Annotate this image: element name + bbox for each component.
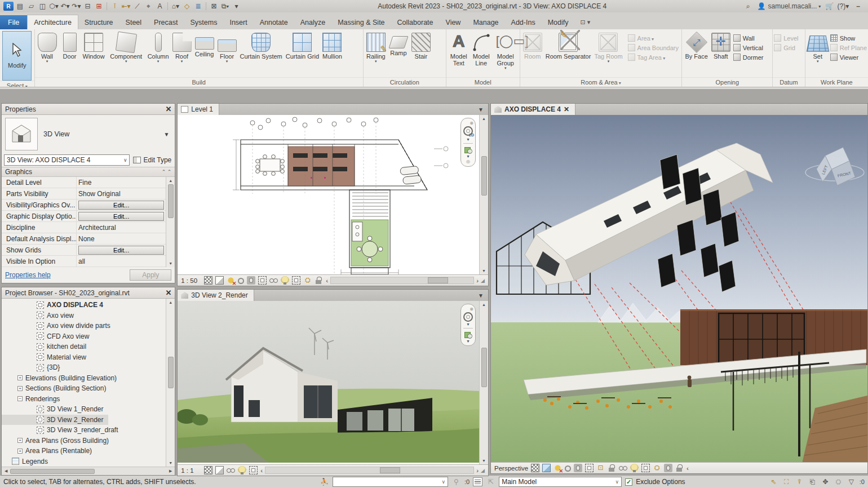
tab-steel[interactable]: Steel (119, 15, 148, 29)
properties-scrollbar[interactable]: ▲ ▼ (166, 177, 175, 267)
view-tab-menu-icon[interactable]: ▼ (473, 104, 488, 115)
plan-vscrollbar[interactable]: ▲ ▼ (479, 115, 488, 274)
show-work-plane-button[interactable]: Show (830, 33, 867, 43)
home-icon[interactable]: ▤ (15, 2, 25, 11)
tab-view[interactable]: View (440, 15, 467, 29)
floor-plan-canvas[interactable]: ⊗ 2D ▼ ▼ ◎ ▲ ▼ (178, 115, 488, 274)
scroll-down-icon[interactable]: ▼ (482, 267, 486, 274)
scroll-up-icon[interactable]: ▲ (482, 115, 486, 122)
select-links-icon[interactable]: ⇖ (769, 477, 778, 486)
ceiling-button[interactable]: Ceiling (193, 31, 216, 59)
show-rendering-dialog-icon[interactable] (574, 464, 582, 472)
navbar-close-icon[interactable]: ⊗ (470, 307, 473, 312)
tree-item-area-plans-gross[interactable]: +Area Plans (Gross Building) (2, 436, 166, 446)
worksets-icon[interactable]: ⛹ (320, 477, 329, 486)
reveal-hidden-elements-icon[interactable] (281, 276, 289, 285)
floor-button[interactable]: Floor (216, 31, 238, 65)
close-inactive-windows-icon[interactable]: ⊠ (209, 2, 219, 11)
apply-button[interactable]: Apply (130, 269, 171, 281)
reveal-constraints-icon[interactable] (315, 276, 323, 285)
mullion-button[interactable]: Mullion (321, 31, 344, 61)
help-icon[interactable]: (?)▾ (838, 2, 848, 11)
room-separator-button[interactable]: Room Separator (544, 31, 593, 61)
tag-icon[interactable]: ⌖ (144, 2, 153, 11)
revit-logo-icon[interactable]: R (3, 2, 14, 11)
property-row[interactable]: Show GridsEdit... (2, 245, 166, 256)
browser-scrollbar[interactable]: ▲ ▼ (166, 299, 175, 467)
show-crop-region-icon[interactable] (292, 276, 300, 285)
visual-style-icon[interactable] (542, 464, 551, 472)
stair-button[interactable]: Stair (410, 31, 432, 61)
scroll-thumb[interactable] (168, 184, 174, 218)
ramp-button[interactable]: Ramp (387, 31, 410, 58)
tree-item-axo-displace-4[interactable]: AXO DISPLACE 4 (2, 300, 166, 310)
collapse-icon[interactable]: − (17, 396, 23, 401)
modify-button[interactable]: Modify (2, 31, 32, 81)
tab-massing-site[interactable]: Massing & Site (331, 15, 391, 29)
worksharing-display-icon[interactable]: ⛭ (303, 276, 312, 285)
crop-region-icon[interactable]: ⊡ (596, 464, 605, 472)
wall-button[interactable]: Wall (36, 31, 59, 65)
expand-icon[interactable]: + (17, 438, 23, 443)
ref-plane-button[interactable]: Ref Plane (830, 43, 867, 52)
properties-help-link[interactable]: Properties help (5, 271, 51, 279)
scroll-down-icon[interactable]: ▼ (482, 457, 486, 464)
tab-architecture[interactable]: Architecture (27, 15, 78, 29)
room-button[interactable]: Room (521, 31, 544, 61)
model-line-button[interactable]: Model Line (470, 31, 493, 68)
panel-label-room-area[interactable]: Room & Area (520, 77, 682, 87)
model-group-button[interactable]: [◯▭]Model Group (493, 31, 519, 72)
type-dropdown-icon[interactable]: ▼ (163, 131, 169, 137)
scroll-thumb[interactable] (10, 469, 95, 474)
by-face-button[interactable]: By Face (683, 31, 709, 61)
export-pdf-icon[interactable]: ⊞ (94, 2, 104, 11)
design-options-icon[interactable] (473, 477, 482, 486)
view-tab-level-1[interactable]: Level 1 (178, 104, 219, 115)
model-text-button[interactable]: AModel Text (448, 31, 470, 68)
property-row[interactable]: Default Analysis Displ...None (2, 233, 166, 245)
view-tab-menu-icon[interactable]: ▼ (473, 290, 488, 301)
tree-item-legends[interactable]: Legends (2, 456, 166, 467)
curtain-system-button[interactable]: Curtain System (238, 31, 284, 61)
resize-grip[interactable]: ◢ (481, 468, 485, 473)
switch-windows-icon[interactable]: ⧉▾ (220, 2, 230, 11)
search-icon[interactable]: ⌕ (743, 2, 753, 11)
render-hscrollbar[interactable]: ‹ › ◢ (260, 467, 485, 474)
temporary-hide-isolate-icon[interactable] (269, 276, 278, 285)
component-button[interactable]: Component (107, 31, 146, 65)
scroll-right-icon[interactable]: › (476, 277, 479, 284)
exclude-options-checkbox[interactable]: ✓ (625, 478, 632, 486)
render-vscrollbar[interactable]: ▲ ▼ (479, 301, 488, 464)
tree-item-area-plans-rentable[interactable]: +Area Plans (Rentable) (2, 446, 166, 456)
scroll-left-icon[interactable]: ‹ (326, 277, 328, 284)
scroll-thumb[interactable] (481, 156, 487, 196)
drag-on-selection-icon[interactable]: ✥ (821, 477, 830, 486)
view-tab-3d-view-2-render[interactable]: 3D View 2_Render (178, 290, 254, 301)
expand-icon[interactable]: + (17, 375, 23, 380)
property-row[interactable]: Visibility/Graphics Ov...Edit... (2, 199, 166, 211)
tab-modify[interactable]: Modify (542, 15, 575, 29)
tag-area-button[interactable]: Tag Area (628, 52, 679, 62)
tab-precast[interactable]: Precast (148, 15, 184, 29)
temporary-hide-isolate-icon[interactable] (227, 466, 235, 474)
detail-level-icon[interactable] (204, 466, 212, 474)
property-row[interactable]: Detail LevelFine (2, 177, 166, 188)
text-icon[interactable]: A (155, 2, 165, 11)
section-icon[interactable]: ◇ (182, 2, 192, 11)
set-work-plane-button[interactable]: Set (807, 31, 829, 65)
tree-item-axo-view-divide-parts[interactable]: Axo view divide parts (2, 321, 166, 331)
scroll-up-icon[interactable]: ▲ (482, 301, 486, 308)
tree-item-elevations[interactable]: +Elevations (Building Elevation) (2, 373, 166, 384)
visibility-graphics-edit-button[interactable]: Edit... (78, 201, 164, 210)
navbar-close-icon[interactable]: ⊗ (470, 121, 473, 126)
zoom-region-icon[interactable] (464, 330, 472, 339)
shadows-icon[interactable] (565, 465, 571, 472)
show-rendering-dialog-icon[interactable] (247, 276, 255, 285)
project-browser-close-icon[interactable]: ✕ (165, 289, 171, 297)
sync-icon[interactable]: ⬡▾ (49, 2, 59, 11)
editable-only-icon[interactable]: ⚲ (451, 477, 461, 486)
analytical-model-icon[interactable] (664, 464, 672, 472)
area-button[interactable]: Area (628, 33, 679, 43)
temporary-hide-isolate-icon[interactable] (619, 464, 627, 472)
shadows-icon[interactable] (238, 278, 244, 284)
